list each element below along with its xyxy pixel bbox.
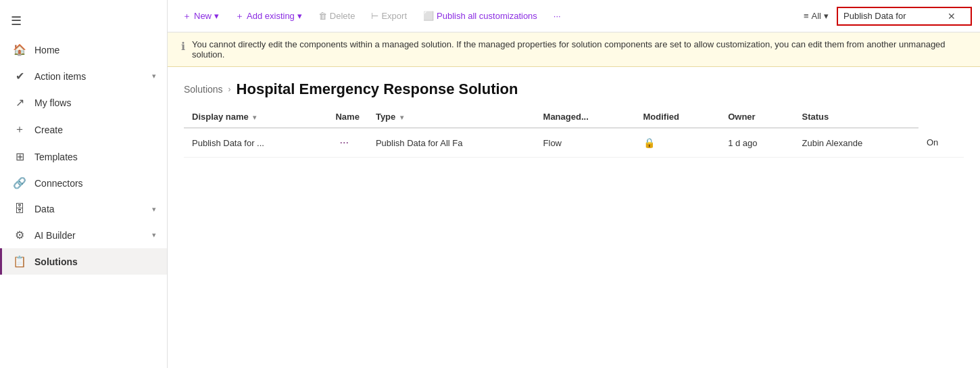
column-type[interactable]: Type ▾: [368, 106, 535, 128]
add-existing-button[interactable]: ＋ Add existing ▾: [228, 6, 309, 26]
sidebar-item-templates[interactable]: ⊞ Templates: [0, 143, 167, 170]
table-header-row: Display name ▾ Name Type ▾ Managed... Mo: [184, 106, 964, 128]
data-icon: 🗄: [13, 203, 26, 215]
sidebar-item-action-items[interactable]: ✔ Action items ▾: [0, 63, 167, 89]
sidebar-item-ai-builder[interactable]: ⚙ AI Builder ▾: [0, 222, 167, 248]
sidebar: ☰ 🏠 Home ✔ Action items ▾ ↗ My flows ＋ C…: [0, 0, 168, 368]
sidebar-item-label: Action items: [34, 71, 86, 82]
breadcrumb-solutions-link[interactable]: Solutions: [184, 84, 223, 95]
cell-more-button: ···: [327, 128, 367, 158]
lock-icon: 🔒: [643, 137, 655, 148]
sort-icon: ▾: [400, 114, 403, 121]
publish-all-button[interactable]: ⬜ Publish all customizations: [416, 7, 544, 25]
action-items-icon: ✔: [13, 70, 26, 83]
sidebar-item-label: Templates: [34, 152, 78, 162]
column-name: Name: [327, 106, 367, 128]
sidebar-item-data[interactable]: 🗄 Data ▾: [0, 196, 167, 222]
column-modified: Modified: [635, 106, 720, 128]
filter-icon: ≡: [804, 11, 809, 21]
search-box: ✕: [837, 7, 972, 26]
sidebar-item-label: Solutions: [34, 256, 78, 267]
export-button[interactable]: ⊢ Export: [364, 7, 414, 25]
sidebar-item-create[interactable]: ＋ Create: [0, 116, 167, 143]
delete-icon: 🗑: [318, 11, 327, 21]
hamburger-button[interactable]: ☰: [0, 5, 167, 37]
ai-builder-icon: ⚙: [13, 229, 26, 242]
sidebar-item-label: Home: [34, 45, 59, 55]
plus-icon: ＋: [235, 10, 244, 22]
breadcrumb: Solutions › Hospital Emergency Response …: [168, 67, 980, 106]
filter-button[interactable]: ≡ All ▾: [798, 8, 834, 24]
home-icon: 🏠: [13, 43, 26, 56]
sidebar-item-label: AI Builder: [34, 230, 76, 241]
search-input[interactable]: [843, 11, 945, 21]
warning-text: You cannot directly edit the components …: [192, 39, 966, 60]
close-icon[interactable]: ✕: [948, 11, 956, 22]
chevron-down-icon: ▾: [152, 72, 156, 80]
table-row[interactable]: Publish Data for ... ··· Publish Data fo…: [184, 128, 964, 158]
connectors-icon: 🔗: [13, 177, 26, 189]
sidebar-item-solutions[interactable]: 📋 Solutions: [0, 248, 167, 275]
export-icon: ⊢: [371, 11, 378, 21]
toolbar: ＋ New ▾ ＋ Add existing ▾ 🗑 Delete ⊢ Expo…: [168, 0, 980, 32]
chevron-down-icon: ▾: [824, 11, 829, 21]
column-owner: Owner: [720, 106, 793, 128]
cell-type: Flow: [535, 128, 635, 158]
cell-display-name: Publish Data for ...: [184, 128, 327, 158]
column-display-name[interactable]: Display name ▾: [184, 106, 327, 128]
breadcrumb-current: Hospital Emergency Response Solution: [237, 80, 518, 98]
breadcrumb-chevron-icon: ›: [228, 85, 231, 94]
table-container: Display name ▾ Name Type ▾ Managed... Mo: [168, 106, 980, 368]
cell-status: On: [918, 128, 964, 158]
cell-modified: 1 d ago: [720, 128, 793, 158]
row-more-button[interactable]: ···: [335, 135, 352, 150]
sidebar-item-label: Data: [34, 204, 55, 214]
sidebar-item-my-flows[interactable]: ↗ My flows: [0, 89, 167, 116]
chevron-down-icon: ▾: [152, 205, 156, 214]
sidebar-item-home[interactable]: 🏠 Home: [0, 37, 167, 63]
more-button[interactable]: ···: [547, 7, 568, 25]
cell-owner: Zubin Alexande: [794, 128, 918, 158]
sidebar-item-connectors[interactable]: 🔗 Connectors: [0, 170, 167, 196]
chevron-down-icon: ▾: [297, 11, 302, 21]
delete-button[interactable]: 🗑 Delete: [312, 7, 362, 25]
solutions-table: Display name ▾ Name Type ▾ Managed... Mo: [184, 106, 964, 158]
column-status: Status: [794, 106, 918, 128]
publish-icon: ⬜: [423, 11, 434, 21]
cell-name: Publish Data for All Fa: [368, 128, 535, 158]
sort-icon: ▾: [253, 114, 256, 121]
solutions-icon: 📋: [13, 255, 26, 268]
sidebar-item-label: Create: [34, 124, 63, 135]
my-flows-icon: ↗: [13, 96, 26, 109]
sidebar-item-label: Connectors: [34, 178, 83, 189]
status-badge: On: [927, 137, 938, 147]
new-button[interactable]: ＋ New ▾: [176, 6, 226, 26]
templates-icon: ⊞: [13, 150, 26, 163]
cell-managed: 🔒: [635, 128, 720, 158]
main-content: ＋ New ▾ ＋ Add existing ▾ 🗑 Delete ⊢ Expo…: [168, 0, 980, 368]
plus-icon: ＋: [182, 10, 191, 22]
info-icon: ℹ: [181, 40, 185, 53]
chevron-down-icon: ▾: [152, 231, 156, 239]
chevron-down-icon: ▾: [214, 11, 219, 21]
sidebar-item-label: My flows: [34, 97, 71, 108]
create-icon: ＋: [13, 122, 26, 137]
warning-banner: ℹ You cannot directly edit the component…: [168, 32, 980, 67]
column-managed: Managed...: [535, 106, 635, 128]
